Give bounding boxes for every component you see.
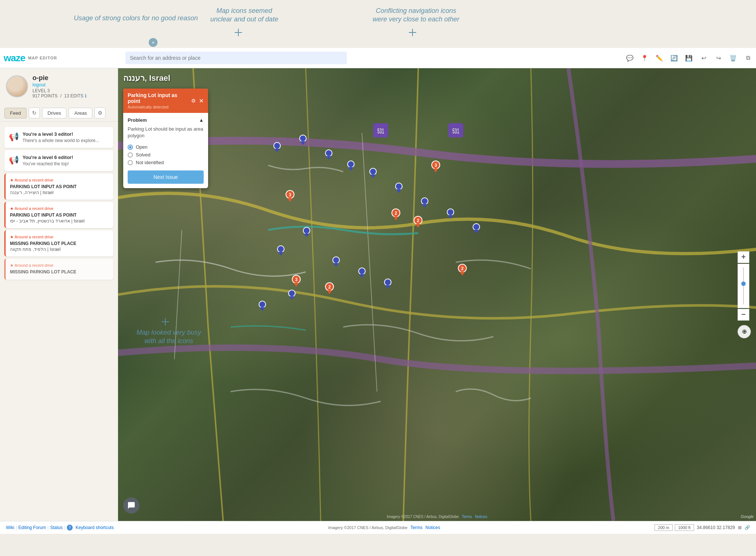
header-icons: 💬 📍 ✏️ 🔄 💾 ↩ ↪ 🗑️ ⧉ <box>625 53 752 62</box>
compass-button[interactable]: ⊕ <box>738 325 751 338</box>
drive-card-3[interactable]: ★ Around a recent drive MISSING PARKING … <box>4 230 113 256</box>
map-pin-orange-6[interactable]: 2 <box>458 264 467 277</box>
link-icon[interactable]: 🔗 <box>745 525 750 530</box>
notification-body-2: You've reached the top! <box>23 161 69 166</box>
svg-marker-47 <box>393 217 398 220</box>
svg-marker-21 <box>396 189 401 193</box>
map-pin-1[interactable] <box>273 142 281 154</box>
terms-link-map[interactable]: Terms <box>462 515 472 519</box>
sidebar: o-pie logout LEVEL 3 917 POINTS / 13 EDI… <box>0 68 118 521</box>
feed-refresh-icon[interactable]: ↻ <box>29 107 40 118</box>
map-pin-8[interactable] <box>446 208 455 220</box>
status-link[interactable]: Status <box>50 525 63 530</box>
tab-drives[interactable]: Drives <box>42 108 67 118</box>
svg-marker-27 <box>474 230 479 234</box>
refresh-icon[interactable]: 🔄 <box>670 53 679 62</box>
notification-title-1: You're a level 3 editor! <box>23 131 99 137</box>
profile-name: o-pie <box>32 74 87 82</box>
map-pin-6[interactable] <box>395 183 403 194</box>
radio-solved-label: Solved <box>136 152 151 158</box>
info-icon[interactable]: ℹ <box>85 93 87 99</box>
drive-card-2[interactable]: ★ Around a recent drive PARKING LOT INPU… <box>4 202 113 228</box>
svg-marker-19 <box>370 175 376 178</box>
map-pin-orange-3[interactable]: 2 <box>413 216 423 229</box>
terms-link[interactable]: Terms <box>410 525 422 530</box>
avatar <box>6 75 28 97</box>
problem-description: Parking Lot should be input as area poly… <box>128 126 204 139</box>
svg-point-18 <box>370 168 376 175</box>
wiki-link[interactable]: Wiki <box>6 525 14 530</box>
chat-bubble-button[interactable] <box>123 497 139 514</box>
radio-not-identified[interactable]: Not identified <box>128 160 204 165</box>
drive-card-1[interactable]: ★ Around a recent drive PARKING LOT INPU… <box>4 173 113 200</box>
map-area[interactable]: 531 531 רעננה, Israel Parking Lot input … <box>118 68 756 521</box>
map-pin-2[interactable] <box>299 135 307 146</box>
svg-marker-25 <box>448 215 453 219</box>
megaphone-icon-2: 📢 <box>9 155 19 165</box>
drive-location-3: הלפיד, פתח תקווה | Israel <box>10 247 109 252</box>
logout-link[interactable]: logout <box>32 82 87 87</box>
zoom-out-button[interactable]: − <box>738 309 749 321</box>
map-pin-orange-1[interactable]: 3 <box>431 160 441 174</box>
tab-feed[interactable]: Feed <box>4 108 27 118</box>
svg-marker-23 <box>422 204 427 208</box>
delete-icon[interactable]: 🗑️ <box>729 53 738 62</box>
map-pin-12[interactable] <box>332 256 340 268</box>
drive-card-4[interactable]: ★ Around a recent drive MISSING PARKING … <box>4 259 113 280</box>
map-pin-11[interactable] <box>277 245 285 257</box>
search-input[interactable] <box>130 55 342 61</box>
grid-icon[interactable]: ⊞ <box>738 525 742 530</box>
zoom-slider[interactable] <box>738 264 749 308</box>
search-bar[interactable] <box>125 52 347 64</box>
tab-areas[interactable]: Areas <box>69 108 92 118</box>
location-icon[interactable]: 📍 <box>640 53 649 62</box>
chat-icon[interactable]: 💬 <box>625 53 634 62</box>
radio-not-identified-label: Not identified <box>136 160 164 165</box>
google-watermark: Google <box>741 514 754 519</box>
close-icon[interactable]: ✕ <box>199 97 204 104</box>
svg-point-38 <box>289 290 295 297</box>
map-pin-10[interactable] <box>303 227 311 239</box>
svg-point-32 <box>333 257 339 263</box>
map-pin-3[interactable] <box>325 149 333 161</box>
map-pin-4[interactable] <box>347 160 355 172</box>
map-pin-9[interactable] <box>472 223 480 235</box>
svg-point-20 <box>396 183 402 190</box>
collapse-icon[interactable]: ▲ <box>199 117 204 123</box>
profile-level: LEVEL 3 <box>32 88 87 93</box>
map-pin-15[interactable] <box>288 290 296 301</box>
map-pin-orange-4[interactable]: 3 <box>291 275 301 288</box>
notices-link-map[interactable]: Notices <box>475 515 487 519</box>
problem-header-icons: ⚙ ✕ <box>191 97 204 104</box>
annotation-top-left: Usage of strong colors for no good reaso… <box>74 14 198 23</box>
drive-title-2: PARKING LOT INPUT AS POINT <box>10 213 109 218</box>
settings-gear-icon[interactable]: ⚙ <box>191 98 196 104</box>
layers-icon[interactable]: ⧉ <box>743 53 752 62</box>
keyboard-shortcuts-link[interactable]: Keyboard shortcuts <box>76 525 114 530</box>
notices-link[interactable]: Notices <box>425 525 440 530</box>
radio-solved[interactable]: Solved <box>128 152 204 158</box>
keyboard-help-icon[interactable]: ? <box>67 525 73 531</box>
undo-icon[interactable]: ↩ <box>699 53 708 62</box>
map-pin-5[interactable] <box>369 168 377 180</box>
map-pin-13[interactable] <box>358 267 366 279</box>
problem-header: Parking Lot input as point Automatically… <box>123 89 208 113</box>
radio-open[interactable]: Open <box>128 144 204 150</box>
zoom-in-button[interactable]: + <box>738 251 749 263</box>
svg-point-30 <box>277 246 284 252</box>
draw-icon[interactable]: ✏️ <box>655 53 664 62</box>
map-pin-orange-5[interactable]: 2 <box>325 282 334 296</box>
map-pin-7[interactable] <box>421 197 429 209</box>
editing-forum-link[interactable]: Editing Forum <box>18 525 46 530</box>
settings-icon[interactable]: ⚙ <box>94 107 106 118</box>
map-pin-orange-7[interactable]: 3 <box>285 190 295 203</box>
map-pin-14[interactable] <box>384 279 392 290</box>
save-icon[interactable]: 💾 <box>684 53 693 62</box>
map-pin-16[interactable] <box>258 301 266 312</box>
redo-icon[interactable]: ↪ <box>714 53 723 62</box>
drive-title-3: MISSING PARKING LOT PLACE <box>10 241 109 246</box>
waze-logo: waze <box>4 52 25 64</box>
svg-marker-15 <box>326 156 331 160</box>
next-issue-button[interactable]: Next Issue <box>128 170 204 184</box>
map-pin-orange-2[interactable]: 2 <box>391 208 401 222</box>
